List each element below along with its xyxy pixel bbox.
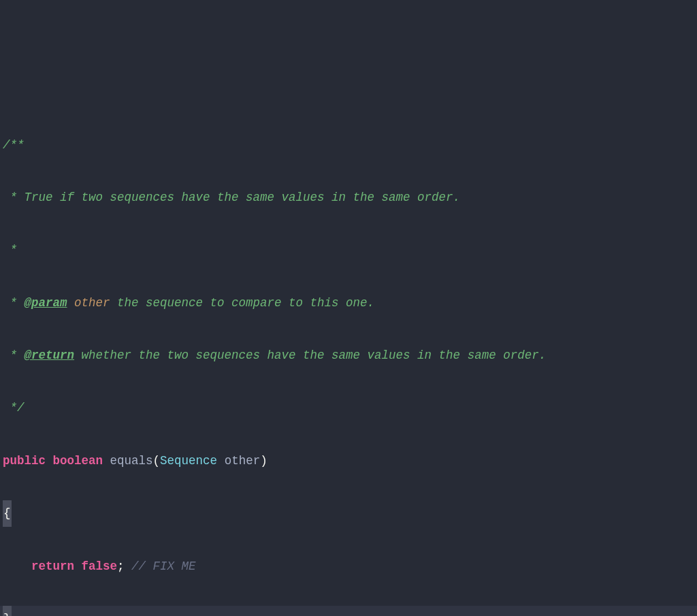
javadoc-return-tag: @return <box>25 348 75 362</box>
keyword-public: public <box>3 454 46 468</box>
code-line: * @return whether the two sequences have… <box>0 342 697 369</box>
matching-brace-open: { <box>3 500 12 527</box>
fixme-comment: // FIX ME <box>125 560 196 573</box>
keyword-return: return <box>31 560 74 573</box>
matching-brace-close: } <box>3 606 12 616</box>
code-line: { <box>0 500 697 527</box>
code-line: public boolean equals(Sequence other) <box>0 448 697 474</box>
javadoc-open: /** <box>3 138 25 152</box>
keyword-boolean: boolean <box>53 454 103 468</box>
code-line: */ <box>0 395 697 421</box>
javadoc-desc: * True if two sequences have the same va… <box>3 191 460 204</box>
code-line: * <box>0 237 697 263</box>
arg-type: Sequence <box>160 454 217 468</box>
javadoc-close: */ <box>3 401 25 415</box>
javadoc-return-desc: whether the two sequences have the same … <box>74 348 546 362</box>
javadoc-param-desc: the sequence to compare to this one. <box>110 296 375 310</box>
code-line: /** <box>0 132 697 159</box>
code-line: return false; // FIX ME <box>0 553 697 580</box>
method-name: equals <box>110 454 153 468</box>
code-editor[interactable]: /** * True if two sequences have the sam… <box>0 106 697 616</box>
current-line[interactable]: } <box>0 606 697 616</box>
javadoc-blank: * <box>3 243 17 257</box>
javadoc-param-tag: @param <box>25 296 67 310</box>
keyword-false: false <box>82 560 118 573</box>
javadoc-param-name: other <box>67 296 110 310</box>
arg-name: other <box>225 454 261 468</box>
code-line: * True if two sequences have the same va… <box>0 184 697 211</box>
code-line: * @param other the sequence to compare t… <box>0 290 697 317</box>
